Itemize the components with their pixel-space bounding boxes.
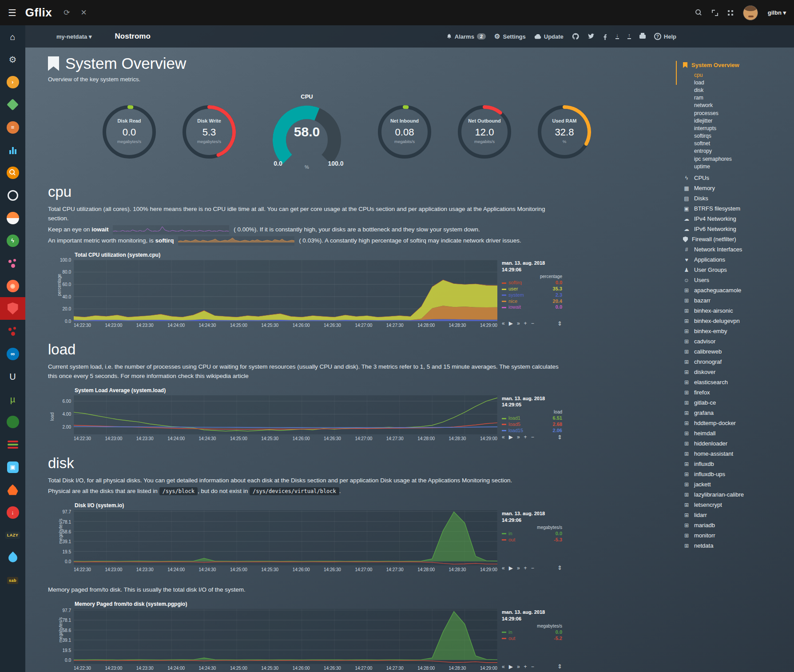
chart-plot-area[interactable] [74, 510, 497, 565]
chart-legend-row[interactable]: in0.0 [502, 629, 562, 636]
chart-legend-row[interactable]: load52.68 [502, 421, 562, 428]
facebook-icon[interactable] [603, 33, 607, 40]
zoom-out-button[interactable]: − [531, 320, 534, 326]
app-sidebar-item-bolt-circle[interactable]: ϟ [0, 229, 25, 252]
chart-plot-area[interactable] [74, 260, 497, 321]
app-sidebar-item-droplet[interactable] [0, 546, 25, 569]
app-sidebar-item-sab-text[interactable]: sab [0, 569, 25, 592]
sidebar-item-binhex-emby[interactable]: ⊞binhex-emby [683, 326, 790, 336]
used-ram-gauge[interactable]: Used RAM32.8% [536, 103, 593, 163]
close-icon[interactable]: ✕ [80, 8, 87, 17]
chart-legend-row[interactable]: softirq0.0 [502, 280, 562, 286]
app-sidebar-item-chevron-circle[interactable]: › [0, 71, 25, 93]
sidebar-item-binhex-delugevpn[interactable]: ⊞binhex-delugevpn [683, 316, 790, 326]
pan-left-button[interactable]: « [502, 320, 505, 326]
net-outbound-gauge[interactable]: Net Outbound12.0megabits/s [456, 103, 513, 163]
pan-left-button[interactable]: « [502, 565, 505, 571]
chart-legend-row[interactable]: in0.0 [502, 531, 562, 537]
sidebar-subitem-entropy[interactable]: entropy [694, 147, 790, 155]
github-icon[interactable] [572, 33, 579, 40]
settings-button[interactable]: ⚙Settings [494, 32, 526, 40]
chart-legend-row[interactable]: out-5.2 [502, 636, 562, 642]
sidebar-item-lazylibrarian-calibre[interactable]: ⊞lazylibrarian-calibre [683, 489, 790, 500]
sidebar-item-influxdb[interactable]: ⊞influxdb [683, 459, 790, 469]
play-button[interactable]: ▶ [509, 664, 513, 670]
sidebar-item-hddtemp-docker[interactable]: ⊞hddtemp-docker [683, 418, 790, 428]
sidebar-item-monitorr[interactable]: ⊞monitorr [683, 530, 790, 541]
app-sidebar-item-dots-cluster[interactable] [0, 320, 25, 342]
app-sidebar-item-download-circle[interactable]: ↓ [0, 501, 25, 524]
sidebar-subitem-idlejitter[interactable]: idlejitter [694, 117, 790, 124]
user-avatar[interactable] [743, 5, 758, 20]
pan-right-button[interactable]: » [517, 434, 520, 440]
sidebar-subitem-disk[interactable]: disk [694, 86, 790, 94]
chart-legend-row[interactable]: load152.06 [502, 428, 562, 434]
chart-plot-area[interactable] [74, 395, 497, 434]
chart-legend-row[interactable]: user35.3 [502, 286, 562, 292]
chart-resize-handle[interactable]: ⇕ [557, 663, 562, 670]
pan-right-button[interactable]: » [517, 565, 520, 571]
sidebar-subitem-uptime[interactable]: uptime [694, 163, 790, 170]
sidebar-item-grafana[interactable]: ⊞grafana [683, 408, 790, 418]
app-sidebar-item-lazy-text[interactable]: LAZY [0, 524, 25, 546]
sidebar-item-jackett[interactable]: ⊞jackett [683, 479, 790, 489]
sidebar-item-cadvisor[interactable]: ⊞cadvisor [683, 336, 790, 346]
sidebar-subitem-processes[interactable]: processes [694, 109, 790, 117]
play-button[interactable]: ▶ [509, 320, 513, 326]
user-menu[interactable]: gilbn ▾ [768, 9, 786, 16]
export-snapshot-icon[interactable]: ↓ [615, 34, 619, 40]
pan-left-button[interactable]: « [502, 664, 505, 670]
sidebar-subitem-interrupts[interactable]: interrupts [694, 124, 790, 132]
sidebar-item-bazarr[interactable]: ⊞bazarr [683, 295, 790, 306]
app-sidebar-item-flame[interactable] [0, 478, 25, 501]
import-snapshot-icon[interactable]: ↑ [627, 34, 631, 40]
app-sidebar-item-equalizer[interactable] [0, 139, 25, 161]
sidebar-item-firewall-netfilter[interactable]: Firewall (netfilter) [683, 234, 790, 244]
app-sidebar-item-magnifier-circle[interactable] [0, 161, 25, 184]
sidebar-item-home-assistant[interactable]: ⊞home-assistant [683, 449, 790, 459]
play-button[interactable]: ▶ [509, 565, 513, 571]
sidebar-item-gitlab-ce[interactable]: ⊞gitlab-ce [683, 398, 790, 408]
sidebar-subitem-network[interactable]: network [694, 102, 790, 109]
sidebar-item-chronograf[interactable]: ⊞chronograf [683, 357, 790, 367]
apps-grid-icon[interactable] [728, 10, 733, 16]
zoom-in-button[interactable]: + [524, 664, 527, 670]
zoom-in-button[interactable]: + [524, 320, 527, 326]
sidebar-item-ipv4-networking[interactable]: ☁IPv4 Networking [683, 214, 790, 224]
search-icon[interactable] [695, 9, 702, 16]
app-sidebar-item-diamond[interactable] [0, 93, 25, 116]
sidebar-subitem-load[interactable]: load [694, 79, 790, 86]
sidebar-item-system-overview[interactable]: System Overview [683, 60, 790, 70]
hamburger-menu-icon[interactable]: ☰ [8, 8, 16, 18]
chart-legend-row[interactable]: out-5.3 [502, 537, 562, 543]
pan-left-button[interactable]: « [502, 434, 505, 440]
sidebar-item-network-interfaces[interactable]: #Network Interfaces [683, 244, 790, 254]
zoom-in-button[interactable]: + [524, 434, 527, 440]
sidebar-subitem-softirqs[interactable]: softirqs [694, 132, 790, 140]
sidebar-item-lidarr[interactable]: ⊞lidarr [683, 510, 790, 520]
app-sidebar-item-home[interactable]: ⌂ [0, 25, 25, 48]
chart-resize-handle[interactable]: ⇕ [557, 565, 562, 571]
chart-legend-row[interactable]: iowait0.0 [502, 304, 562, 310]
app-sidebar-item-octopus-circle[interactable]: ◉ [0, 274, 25, 297]
chart-resize-handle[interactable]: ⇕ [557, 434, 562, 441]
sidebar-item-cpus[interactable]: ϟCPUs [683, 173, 790, 183]
net-inbound-gauge[interactable]: Net Inbound0.08megabits/s [376, 103, 433, 163]
play-button[interactable]: ▶ [509, 434, 513, 440]
sidebar-subitem-softnet[interactable]: softnet [694, 140, 790, 147]
sidebar-item-heimdall[interactable]: ⊞heimdall [683, 428, 790, 438]
sidebar-item-mariadb[interactable]: ⊞mariadb [683, 520, 790, 530]
sidebar-item-diskover[interactable]: ⊞diskover [683, 367, 790, 377]
chart-legend-row[interactable]: load16.51 [502, 415, 562, 421]
disk-write-gauge[interactable]: Disk Write5.3megabytes/s [180, 103, 238, 163]
app-sidebar-item-mu-letter[interactable]: µ [0, 388, 25, 410]
app-sidebar-item-ring[interactable] [0, 184, 25, 207]
sidebar-item-apacheguacamole[interactable]: ⊞apacheguacamole [683, 285, 790, 295]
app-sidebar-item-scatter-dots[interactable] [0, 252, 25, 274]
refresh-icon[interactable]: ⟳ [64, 8, 70, 17]
sidebar-item-disks[interactable]: ▤Disks [683, 193, 790, 203]
sidebar-item-ipv6-networking[interactable]: ☁IPv6 Networking [683, 224, 790, 234]
alarms-button[interactable]: Alarms 2 [446, 33, 486, 40]
sidebar-item-elasticsearch[interactable]: ⊞elasticsearch [683, 377, 790, 387]
sidebar-item-letsencrypt[interactable]: ⊞letsencrypt [683, 500, 790, 510]
